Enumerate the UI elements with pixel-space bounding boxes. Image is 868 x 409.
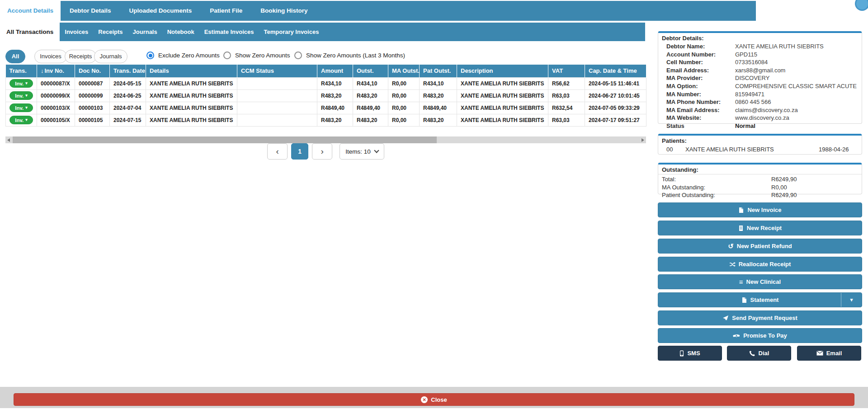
outstanding-value: R0,00 [771,183,787,192]
horizontal-scrollbar[interactable] [5,136,646,143]
col-pat-outst[interactable]: Pat Outst. [420,65,457,77]
patient-row[interactable]: 00 XANTE AMELIA RUTH SIEBRITS 1988-04-26 [658,145,862,154]
filter-pill-all[interactable]: All [5,50,25,63]
col-vat[interactable]: VAT [548,65,585,77]
field-label: Account Number: [666,51,735,59]
cell-ma-outst: R0,00 [388,77,420,89]
mobile-phone-icon [679,350,684,357]
col-details[interactable]: Details [146,65,237,77]
col-ccm-status[interactable]: CCM Status [237,65,317,77]
transaction-type-button[interactable]: Inv.▾ [9,116,33,124]
col-cap-date-time[interactable]: Cap. Date & Time [585,65,646,77]
ma-website-link[interactable]: www.discovery.co.za [735,114,789,122]
cell-trans: Inv.▾ [6,102,37,114]
reallocate-receipt-button[interactable]: Reallocate Receipt [658,257,862,272]
col-inv-no[interactable]: ↓Inv No. [37,65,75,77]
scroll-left-arrow-icon[interactable] [7,138,10,142]
cell-pat-outst: R4849,40 [420,102,457,114]
patient-name: XANTE AMELIA RUTH SIEBRITS [685,145,819,154]
close-button[interactable]: ✕ Close [14,393,854,406]
radio-unselected-icon [223,52,231,59]
field-value: 0733516084 [735,58,768,66]
send-payment-request-button[interactable]: Send Payment Request [658,310,862,325]
col-doc-no[interactable]: Doc No. [75,65,110,77]
cell-cap-date-time: 2024-06-27 10:01:45 [585,89,646,102]
radio-show-zero-amounts[interactable]: Show Zero Amounts [223,52,290,59]
undo-icon: ↺ [728,243,734,249]
statement-dropdown-toggle[interactable]: ▾ [841,293,862,307]
col-outst[interactable]: Outst. [353,65,388,77]
tab-receipts[interactable]: Receipts [93,23,127,41]
tab-debtor-details[interactable]: Debtor Details [61,1,120,21]
outstanding-label: Total: [662,175,771,183]
tab-patient-file[interactable]: Patient File [201,1,251,21]
col-trans[interactable]: Trans. [6,65,37,77]
new-receipt-button[interactable]: New Receipt [658,221,862,235]
tab-all-transactions[interactable]: All Transactions [0,23,60,41]
cell-amount: R483,20 [317,114,353,126]
phone-icon [749,350,755,357]
cell-description: XANTE AMELIA RUTH SIEBRITS [457,114,548,126]
dial-button[interactable]: Dial [727,346,791,361]
envelope-icon [816,351,823,356]
filter-pill-journals[interactable]: Journals [94,50,127,63]
scroll-right-arrow-icon[interactable] [642,138,644,142]
transaction-type-button[interactable]: Inv.▾ [9,103,33,112]
scrollbar-thumb[interactable] [13,136,437,143]
transaction-type-button[interactable]: Inv.▾ [9,91,33,100]
field-value: XANTE AMELIA RUTH SIEBRITS [735,42,824,51]
filter-pill-receipts[interactable]: Receipts [65,50,96,63]
next-page-button[interactable]: › [312,143,332,160]
tab-estimate-invoices[interactable]: Estimate Invoices [199,23,259,41]
transactions-table: Trans. ↓Inv No. Doc No. Trans. Date Deta… [5,65,646,127]
new-clinical-button[interactable]: ≡ New Clinical [658,274,862,289]
tab-account-details[interactable]: Account Details [0,1,61,21]
tab-temporary-invoices[interactable]: Temporary Invoices [259,23,324,41]
cell-vat: R632,54 [548,102,585,114]
caret-down-icon: ▾ [850,297,853,303]
tab-journals[interactable]: Journals [128,23,162,41]
field-value: xars88@gmail.com [735,66,785,75]
radio-exclude-zero-amounts[interactable]: Exclude Zero Amounts [146,52,220,59]
page-1-button[interactable]: 1 [291,143,308,160]
radio-show-zero-amounts-3-months[interactable]: Show Zero Amounts (Last 3 Months) [294,52,405,59]
field-value: claims@discovery.co.za [735,106,798,114]
cell-outst: R483,20 [353,114,388,126]
tab-notebook[interactable]: Notebook [162,23,199,41]
field-label: MA Option: [666,82,735,90]
field-value: COMPREHENSIVE CLASSIC SMART ACUTE [735,82,857,90]
email-button[interactable]: Email [797,346,861,361]
promise-to-pay-button[interactable]: Promise To Pay [658,328,862,343]
status-value: Normal [735,122,755,130]
filter-pill-invoices[interactable]: Invoices [34,50,67,63]
new-invoice-button[interactable]: New Invoice [658,202,862,217]
col-description[interactable]: Description [457,65,548,77]
receipt-icon [738,225,744,231]
cell-outst: R434,10 [353,77,388,89]
statement-button[interactable]: Statement ▾ [658,292,862,307]
top-nav: Account Details Debtor Details Uploaded … [0,1,756,21]
sms-button[interactable]: SMS [658,346,722,361]
cell-cap-date-time: 2024-07-17 09:51:27 [585,114,646,126]
col-trans-date[interactable]: Trans. Date [110,65,146,77]
statement-file-icon [741,297,747,303]
col-ma-outst[interactable]: MA Outst. [388,65,420,77]
transaction-type-button[interactable]: Inv.▾ [9,79,33,88]
prev-page-button[interactable]: ‹ [267,143,288,160]
cell-amount: R483,20 [317,89,353,102]
col-amount[interactable]: Amount [317,65,353,77]
file-icon [738,207,744,213]
new-patient-refund-button[interactable]: ↺ New Patient Refund [658,239,862,254]
tab-booking-history[interactable]: Booking History [251,1,316,21]
tab-invoices[interactable]: Invoices [60,23,93,41]
sub-nav-filler [324,23,645,41]
caret-down-icon: ▾ [25,94,28,98]
paper-plane-icon [722,315,729,321]
help-bubble-icon[interactable] [855,0,868,11]
cell-ccm-status [237,102,317,114]
patients-card: Patients: 00 XANTE AMELIA RUTH SIEBRITS … [658,134,862,155]
cell-doc-no: 00000099 [75,89,110,102]
items-per-page-select[interactable]: Items: 10 [340,143,384,160]
field-label: Cell Number: [666,58,735,66]
tab-uploaded-documents[interactable]: Uploaded Documents [120,1,201,21]
